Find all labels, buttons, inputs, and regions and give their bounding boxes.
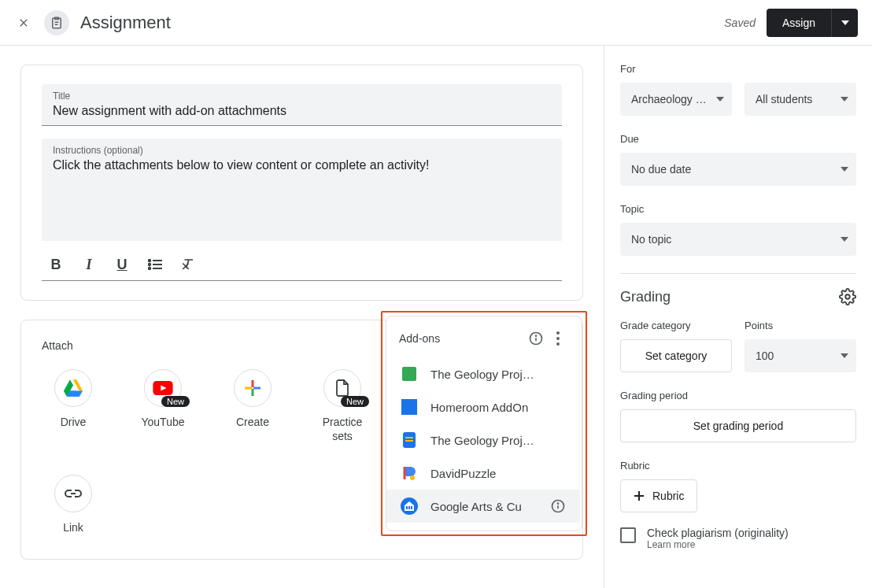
students-select[interactable]: All students (745, 83, 856, 116)
addon-info-icon[interactable] (550, 498, 566, 514)
link-icon (54, 475, 92, 512)
addon-app-icon (401, 464, 418, 482)
addons-info-icon[interactable] (525, 327, 547, 349)
chevron-down-icon (841, 353, 848, 358)
new-badge: New (161, 396, 190, 407)
svg-rect-30 (411, 506, 412, 509)
plagiarism-checkbox[interactable] (620, 527, 636, 543)
set-grading-period-button[interactable]: Set grading period (620, 409, 856, 442)
assignment-form-card: Title New assignment with add-on attachm… (20, 65, 583, 301)
instructions-field[interactable]: Instructions (optional) Click the attach… (42, 139, 562, 241)
bold-button[interactable]: B (46, 249, 65, 280)
topic-label: Topic (620, 203, 856, 215)
attach-youtube[interactable]: New YouTube (131, 369, 194, 443)
title-field[interactable]: Title New assignment with add-on attachm… (42, 84, 562, 126)
bullet-list-button[interactable] (146, 249, 164, 280)
assign-dropdown-button[interactable] (831, 9, 858, 37)
svg-rect-11 (252, 380, 254, 387)
addon-item[interactable]: The Geology Proj… (386, 423, 580, 457)
grade-category-label: Grade category (620, 320, 732, 331)
new-badge: New (341, 396, 369, 407)
title-label: Title (53, 91, 551, 102)
addons-title: Add-ons (399, 332, 525, 345)
svg-point-3 (149, 264, 150, 265)
rubric-label: Rubric (620, 460, 856, 472)
svg-point-19 (556, 331, 560, 335)
drive-icon (54, 369, 92, 407)
for-label: For (620, 63, 856, 75)
attach-practice-sets[interactable]: New Practice sets (311, 369, 374, 443)
svg-rect-23 (405, 437, 413, 438)
attach-card: Attach Drive New YouTube (20, 320, 583, 560)
addons-overflow-icon[interactable] (547, 327, 569, 349)
svg-point-20 (556, 337, 560, 340)
attach-create[interactable]: Create (221, 369, 284, 443)
plagiarism-learn-more[interactable]: Learn more (647, 539, 789, 550)
svg-rect-29 (408, 506, 410, 509)
grading-title: Grading (620, 289, 671, 305)
gear-icon[interactable] (839, 288, 856, 305)
chevron-down-icon (841, 167, 848, 172)
points-label: Points (745, 320, 856, 331)
main-column: Title New assignment with add-on attachm… (0, 46, 604, 588)
svg-point-5 (149, 268, 150, 269)
page-title: Assignment (80, 13, 171, 33)
svg-rect-14 (253, 387, 260, 390)
plus-icon (634, 490, 645, 501)
create-plus-icon (234, 369, 272, 407)
due-date-select[interactable]: No due date (620, 153, 856, 186)
due-label: Due (620, 133, 856, 145)
saved-status: Saved (724, 17, 756, 29)
topic-select[interactable]: No topic (620, 223, 856, 256)
svg-rect-12 (252, 389, 254, 396)
attach-drive[interactable]: Drive (42, 369, 105, 443)
clear-format-button[interactable] (179, 249, 198, 280)
format-toolbar: B I U (42, 241, 562, 281)
close-icon[interactable] (14, 13, 33, 32)
addon-app-icon (401, 497, 418, 515)
addon-item[interactable]: DavidPuzzle (386, 457, 580, 490)
svg-point-33 (558, 503, 559, 504)
underline-button[interactable]: U (113, 249, 131, 280)
header-bar: Assignment Saved Assign (0, 0, 872, 46)
svg-point-1 (149, 260, 150, 261)
svg-point-18 (536, 335, 537, 336)
chevron-down-icon (841, 237, 848, 242)
grading-period-label: Grading period (620, 390, 856, 401)
addon-item[interactable]: The Geology Proj… (386, 357, 580, 390)
addons-panel: Add-ons The Geology Proj… (386, 316, 582, 531)
svg-point-21 (556, 342, 560, 346)
points-select[interactable]: 100 (745, 339, 856, 372)
chevron-down-icon (716, 97, 724, 102)
addon-item[interactable]: Homeroom AddOn (386, 390, 580, 423)
svg-rect-13 (245, 387, 252, 390)
divider (620, 273, 856, 274)
assign-button[interactable]: Assign (767, 9, 831, 37)
title-input[interactable]: New assignment with add-on attachments (53, 102, 551, 120)
addon-app-icon (401, 431, 418, 449)
addon-app-icon (401, 398, 418, 416)
addons-highlight-frame: Add-ons The Geology Proj… (381, 311, 587, 536)
addons-list[interactable]: The Geology Proj… Homeroom AddOn The Geo… (386, 357, 582, 523)
plagiarism-label: Check plagiarism (originality) (647, 527, 789, 539)
rubric-button[interactable]: Rubric (620, 479, 697, 512)
svg-rect-28 (406, 506, 408, 509)
svg-point-25 (410, 475, 415, 480)
class-select[interactable]: Archaeology … (620, 83, 732, 116)
svg-rect-24 (405, 440, 413, 442)
sidebar: For Archaeology … All students Due No du… (604, 46, 872, 588)
instructions-input[interactable]: Click the attachments below to view cont… (53, 156, 551, 175)
set-category-button[interactable]: Set category (620, 339, 732, 372)
addon-item[interactable]: Google Arts & Cu (386, 490, 580, 523)
assignment-icon (44, 10, 69, 35)
svg-point-34 (845, 294, 850, 299)
italic-button[interactable]: I (79, 249, 98, 280)
addon-app-icon (401, 365, 418, 383)
chevron-down-icon (841, 97, 848, 102)
attach-link[interactable]: Link (42, 475, 105, 534)
instructions-label: Instructions (optional) (53, 145, 551, 156)
